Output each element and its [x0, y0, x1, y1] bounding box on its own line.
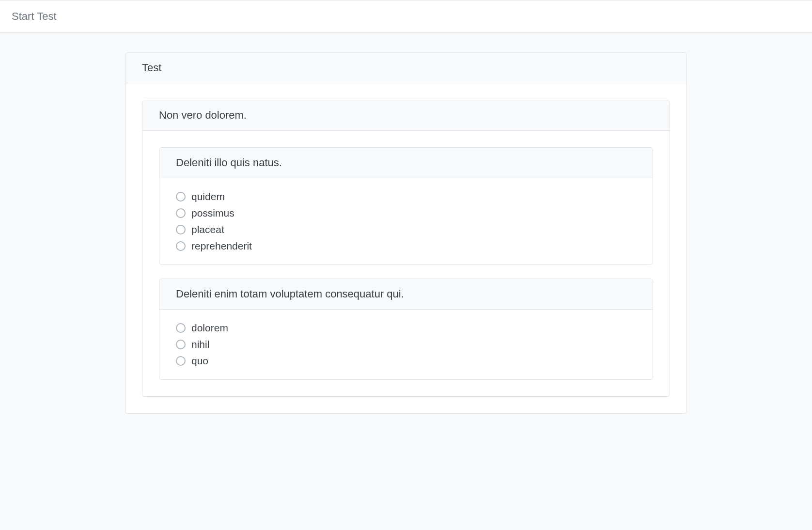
- question-card: Deleniti enim totam voluptatem consequat…: [159, 279, 653, 380]
- option-label: dolorem: [191, 322, 228, 334]
- option-row[interactable]: nihil: [176, 339, 636, 350]
- option-row[interactable]: placeat: [176, 224, 636, 235]
- radio-icon: [176, 208, 186, 218]
- radio-icon: [176, 225, 186, 234]
- section-card-header: Non vero dolorem.: [142, 100, 670, 131]
- option-label: reprehenderit: [191, 240, 252, 252]
- radio-icon: [176, 241, 186, 251]
- radio-icon: [176, 356, 186, 366]
- section-card: Non vero dolorem. Deleniti illo quis nat…: [142, 100, 670, 397]
- question-options: dolorem nihil quo: [159, 310, 653, 379]
- option-row[interactable]: possimus: [176, 207, 636, 219]
- radio-icon: [176, 323, 186, 333]
- question-card: Deleniti illo quis natus. quidem possimu…: [159, 147, 653, 265]
- page-title: Start Test: [12, 10, 800, 23]
- option-row[interactable]: quidem: [176, 191, 636, 203]
- question-prompt: Deleniti illo quis natus.: [159, 148, 653, 178]
- option-label: quidem: [191, 191, 225, 203]
- test-card-header: Test: [125, 53, 687, 83]
- test-card: Test Non vero dolorem. Deleniti illo qui…: [125, 52, 687, 414]
- main-container: Test Non vero dolorem. Deleniti illo qui…: [115, 33, 697, 433]
- radio-icon: [176, 340, 186, 349]
- option-row[interactable]: reprehenderit: [176, 240, 636, 252]
- option-row[interactable]: dolorem: [176, 322, 636, 334]
- option-label: possimus: [191, 207, 234, 219]
- option-label: quo: [191, 355, 208, 367]
- option-row[interactable]: quo: [176, 355, 636, 367]
- test-card-body: Non vero dolorem. Deleniti illo quis nat…: [125, 83, 687, 413]
- option-label: placeat: [191, 224, 224, 235]
- radio-icon: [176, 192, 186, 202]
- top-bar: Start Test: [0, 0, 812, 33]
- option-label: nihil: [191, 339, 209, 350]
- section-card-body: Deleniti illo quis natus. quidem possimu…: [142, 131, 670, 396]
- question-prompt: Deleniti enim totam voluptatem consequat…: [159, 279, 653, 310]
- question-options: quidem possimus placeat: [159, 178, 653, 265]
